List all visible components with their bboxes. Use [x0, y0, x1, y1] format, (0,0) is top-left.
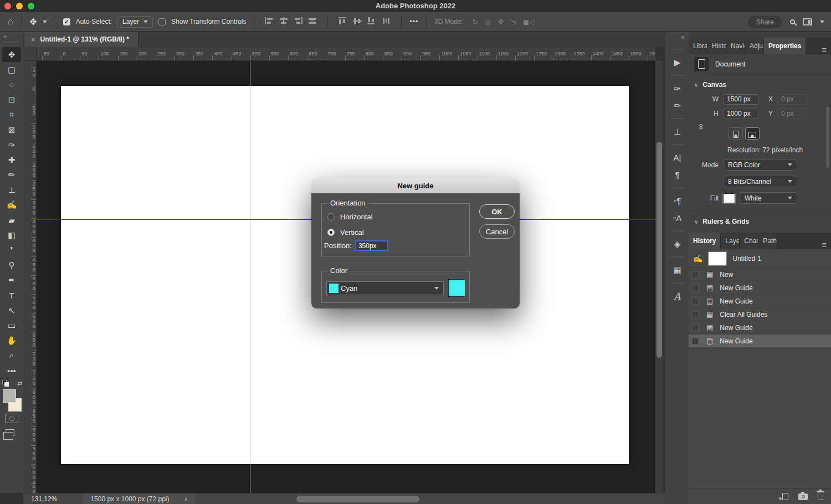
fill-dropdown[interactable]: White — [740, 192, 797, 204]
panel-tab[interactable]: History — [689, 233, 721, 249]
align-horizontal-centers-icon[interactable] — [279, 17, 288, 24]
screen-mode-button[interactable] — [6, 429, 14, 436]
brush-settings-panel-icon[interactable]: ✏ — [665, 97, 689, 114]
clone-source-panel-icon[interactable]: ⊥ — [665, 123, 689, 140]
new-document-from-state-icon[interactable] — [782, 493, 788, 500]
history-source-checkbox[interactable] — [692, 338, 699, 344]
foreground-color-swatch[interactable] — [3, 389, 16, 403]
lasso-tool[interactable]: ◌ — [0, 77, 23, 92]
auto-select-target-dropdown[interactable]: Layer — [117, 16, 153, 28]
zoom-tool[interactable]: ⌕ — [0, 348, 23, 363]
history-source-checkbox[interactable] — [692, 298, 699, 305]
roll-3d-icon[interactable]: ◎ — [485, 18, 491, 26]
share-button[interactable]: Share — [748, 16, 782, 28]
new-snapshot-camera-icon[interactable] — [798, 493, 808, 500]
height-field[interactable]: 1000 px — [723, 109, 758, 119]
distribute-horizontally-icon[interactable] — [308, 17, 317, 24]
panel-tab[interactable]: Layers — [721, 233, 740, 249]
rulers-grids-section-header[interactable]: ∨ Rulers & Grids — [689, 211, 831, 229]
delete-state-trash-icon[interactable] — [818, 493, 823, 500]
chevron-down-icon[interactable] — [820, 20, 824, 23]
character-panel-icon[interactable]: A| — [665, 149, 689, 166]
document-tab[interactable]: × Untitled-1 @ 131% (RGB/8) * — [24, 32, 138, 47]
collapse-dock-icon[interactable]: « — [681, 33, 685, 41]
align-right-edges-icon[interactable] — [294, 17, 302, 24]
patterns-panel-icon[interactable]: ▦ — [665, 261, 689, 279]
gradient-tool[interactable]: ◧ — [0, 228, 23, 243]
panel-tab[interactable]: Navig — [726, 38, 745, 54]
crop-tool[interactable]: ⌗ — [0, 107, 23, 122]
eraser-tool[interactable]: ▰ — [0, 213, 23, 228]
horizontal-radio[interactable] — [327, 213, 335, 220]
frame-tool[interactable]: ⊠ — [0, 122, 23, 137]
show-transform-controls-checkbox[interactable] — [158, 18, 166, 25]
dodge-tool[interactable]: ⚲ — [0, 258, 23, 273]
auto-select-checkbox[interactable]: ✓ — [63, 18, 70, 25]
default-colors-icon[interactable] — [2, 380, 9, 387]
threed-panel-icon[interactable]: ◈ — [665, 235, 689, 253]
position-input[interactable]: 350px — [355, 240, 388, 251]
horizontal-scrollbar-thumb[interactable] — [296, 496, 419, 502]
panel-tab[interactable]: Histo — [707, 38, 726, 54]
panel-menu-icon[interactable]: ≡ — [822, 45, 831, 54]
align-bottom-edges-icon[interactable] — [367, 17, 376, 24]
horizontal-ruler[interactable]: 5005010015020025030035040045050055060065… — [37, 47, 655, 61]
zoom-level-field[interactable]: 131,12% — [31, 495, 57, 503]
workspace-switcher-icon[interactable] — [803, 18, 812, 25]
history-brush-source-icon[interactable]: ✍ — [693, 254, 702, 263]
object-selection-tool[interactable]: ⊡ — [0, 92, 23, 107]
spot-healing-brush-tool[interactable]: ✚ — [0, 152, 23, 167]
character-styles-panel-icon[interactable]: ▫¶ — [665, 192, 689, 209]
history-brush-tool[interactable]: ✍ — [0, 198, 23, 213]
panel-tab[interactable]: Libra — [689, 38, 707, 54]
vertical-guide-cyan[interactable] — [250, 61, 250, 493]
move-tool-icon[interactable]: ✥ — [29, 17, 37, 27]
ok-button[interactable]: OK — [479, 204, 515, 219]
brushes-panel-icon[interactable]: ✑ — [665, 80, 689, 97]
align-left-edges-icon[interactable] — [265, 17, 274, 24]
eyedropper-tool[interactable]: ✑ — [0, 137, 23, 152]
history-snapshot-row[interactable]: ✍ Untitled-1 — [689, 249, 831, 268]
panel-tab[interactable]: Adjus — [745, 38, 764, 54]
link-dimensions-icon[interactable]: ∞ — [697, 124, 706, 130]
move-tool[interactable]: ✥ — [2, 47, 21, 62]
history-state-row[interactable]: ▤ New — [689, 268, 831, 281]
history-state-row[interactable]: ▤ Clear All Guides — [689, 308, 831, 321]
pen-tool[interactable]: ✒ — [0, 273, 23, 288]
vertical-scrollbar[interactable] — [655, 61, 663, 493]
rectangle-tool[interactable]: ▭ — [0, 318, 23, 333]
actions-panel-icon[interactable]: ▶ — [665, 54, 689, 71]
blur-tool[interactable]: ❜ — [0, 243, 23, 258]
history-source-checkbox[interactable] — [692, 271, 699, 278]
swap-colors-icon[interactable]: ⇄ — [17, 380, 22, 387]
dialog-title[interactable]: New guide — [311, 178, 520, 193]
bit-depth-dropdown[interactable]: 8 Bits/Channel — [723, 176, 797, 187]
edit-toolbar-button[interactable]: ••• — [0, 363, 23, 378]
glyphs-panel-icon[interactable]: A — [665, 287, 689, 305]
brush-tool[interactable]: ✏ — [0, 168, 23, 183]
search-icon[interactable] — [790, 19, 795, 24]
history-state-row[interactable]: ▤ New Guide — [689, 281, 831, 295]
pan-3d-icon[interactable]: ✥ — [497, 18, 504, 26]
close-document-icon[interactable]: × — [31, 35, 35, 44]
panel-scrollbar-thumb[interactable] — [826, 107, 829, 168]
cancel-button[interactable]: Cancel — [479, 224, 515, 239]
history-state-row[interactable]: ▤ New Guide — [689, 295, 831, 308]
document-dimensions-status[interactable]: 1500 px x 1000 px (72 ppi) › — [83, 493, 194, 504]
history-source-checkbox[interactable] — [692, 325, 699, 331]
align-top-edges-icon[interactable] — [338, 17, 347, 24]
panel-menu-icon[interactable]: ≡ — [822, 240, 831, 249]
fill-color-swatch[interactable] — [723, 193, 735, 203]
y-field[interactable]: 0 px — [777, 109, 808, 119]
vertical-radio[interactable] — [327, 229, 335, 236]
align-vertical-centers-icon[interactable] — [353, 17, 362, 24]
history-state-row[interactable]: ▤ New Guide — [689, 335, 831, 348]
dolly-camera-3d-icon[interactable]: ◼◁ — [523, 18, 535, 26]
color-mode-dropdown[interactable]: RGB Color — [723, 159, 797, 171]
paragraph-panel-icon[interactable]: ¶ — [665, 166, 689, 183]
vertical-ruler[interactable]: 5005010015020025030035040045050055060065… — [23, 61, 37, 493]
collapse-toolbar-icon[interactable]: » — [3, 33, 7, 39]
landscape-orientation-button[interactable] — [745, 127, 760, 140]
document-properties-button[interactable] — [694, 57, 709, 71]
home-icon[interactable]: ⌂ — [8, 16, 13, 27]
